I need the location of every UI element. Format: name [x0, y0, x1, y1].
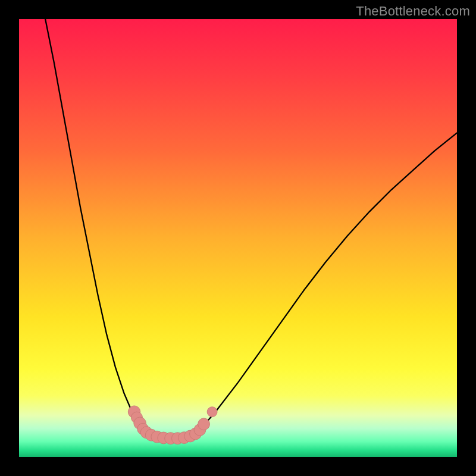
curve-marker: [207, 407, 217, 417]
chart-frame: TheBottleneck.com: [0, 0, 476, 476]
curve-marker: [198, 418, 210, 430]
plot-area: [19, 19, 457, 457]
bottleneck-curve: [19, 19, 457, 457]
watermark-text: TheBottleneck.com: [356, 4, 470, 19]
